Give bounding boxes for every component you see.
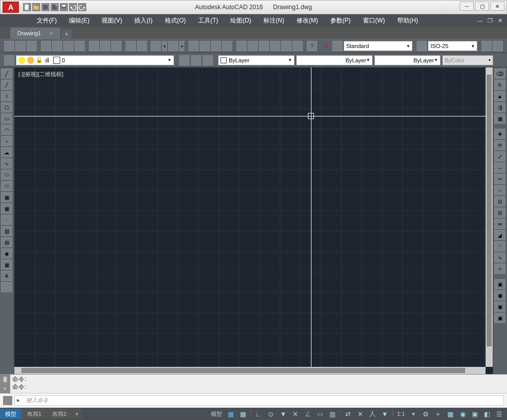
- text-style-dropdown[interactable]: Standard▼: [344, 41, 413, 51]
- erase-icon[interactable]: ⌫: [494, 68, 505, 79]
- table-style-icon[interactable]: [481, 41, 492, 51]
- explode-icon[interactable]: ✧: [494, 264, 505, 274]
- snap-toggle-icon[interactable]: ▦: [237, 409, 249, 419]
- menu-format[interactable]: 格式(O): [159, 14, 192, 27]
- clean-screen-icon[interactable]: ☰: [494, 409, 505, 419]
- otrack-toggle-icon[interactable]: ∠: [302, 409, 313, 419]
- qat-new-icon[interactable]: [23, 3, 31, 11]
- plot-preview-icon[interactable]: [52, 41, 62, 51]
- pan-icon[interactable]: [188, 41, 199, 51]
- minimize-button[interactable]: ─: [460, 2, 474, 11]
- units-icon[interactable]: ▦: [445, 409, 456, 419]
- menu-parametric[interactable]: 参数(P): [324, 14, 357, 27]
- ortho-toggle-icon[interactable]: ∟: [253, 409, 264, 419]
- polyline-icon[interactable]: ⌇: [1, 91, 12, 101]
- menu-help[interactable]: 帮助(H): [391, 14, 424, 27]
- scale-icon[interactable]: ⤢: [494, 151, 505, 161]
- undo-icon[interactable]: [151, 41, 161, 51]
- command-input[interactable]: 键入命令: [14, 395, 504, 406]
- qat-open-icon[interactable]: [32, 3, 40, 11]
- v-scroll-thumb[interactable]: [487, 75, 492, 346]
- text-style-apply-icon[interactable]: [332, 41, 343, 51]
- new-icon[interactable]: [4, 41, 14, 51]
- layout-tab-2[interactable]: 布局2: [47, 409, 71, 419]
- 3dosnap-icon[interactable]: ✕: [355, 409, 366, 419]
- menu-insert[interactable]: 插入(I): [128, 14, 158, 27]
- tool-palettes-icon[interactable]: [259, 41, 269, 51]
- selection-cycling-icon[interactable]: ⇄: [343, 409, 354, 419]
- copy-icon[interactable]: [100, 41, 110, 51]
- plotstyle-dropdown[interactable]: ByColor▾: [442, 55, 493, 65]
- break-at-point-icon[interactable]: ⊟: [494, 196, 505, 206]
- osnap-toggle-icon[interactable]: ✕: [290, 409, 301, 419]
- linetype-dropdown[interactable]: ByLayer▼: [296, 55, 373, 65]
- dim-style-dropdown[interactable]: ISO-25▼: [428, 41, 477, 51]
- help-icon[interactable]: ?: [307, 41, 317, 51]
- menu-window[interactable]: 窗口(W): [357, 14, 391, 27]
- layout-add-button[interactable]: +: [72, 409, 81, 419]
- mtext-icon[interactable]: A: [1, 271, 12, 281]
- lineweight-toggle-icon[interactable]: ▭: [315, 409, 326, 419]
- break-icon[interactable]: ⊟: [494, 207, 505, 218]
- isolate-objects-icon[interactable]: ◧: [481, 409, 493, 419]
- multileader-style-icon[interactable]: [493, 41, 503, 51]
- layout-tab-1[interactable]: 布局1: [22, 409, 46, 419]
- layer-dropdown[interactable]: 🔓 🖨 0 ▼: [16, 55, 174, 65]
- viewport-label[interactable]: [‑][俯视][二维线框]: [18, 71, 63, 78]
- trim-icon[interactable]: ✂: [494, 174, 505, 184]
- menu-modify[interactable]: 修改(M): [291, 14, 324, 27]
- color-dropdown[interactable]: ByLayer▼: [218, 55, 295, 65]
- fillet-icon[interactable]: ◜: [494, 241, 505, 251]
- array-icon[interactable]: ▦: [494, 113, 505, 124]
- spline-icon[interactable]: ∿: [1, 158, 12, 169]
- menu-draw[interactable]: 绘图(D): [224, 14, 257, 27]
- join-icon[interactable]: ⫘: [494, 219, 505, 229]
- mirror-icon[interactable]: ▲: [494, 91, 505, 101]
- table-icon[interactable]: ▦: [1, 260, 12, 270]
- layer-properties-icon[interactable]: [4, 55, 14, 65]
- zoom-realtime-icon[interactable]: [200, 41, 210, 51]
- command-close-icon[interactable]: ✕: [3, 386, 7, 391]
- paste-icon[interactable]: [111, 41, 122, 51]
- offset-icon[interactable]: ⇶: [494, 102, 505, 112]
- annotation-monitor-icon[interactable]: +: [432, 409, 444, 419]
- transparency-icon[interactable]: ▥: [327, 409, 338, 419]
- grid-toggle-icon[interactable]: ▦: [225, 409, 236, 419]
- match-prop-icon[interactable]: [126, 41, 136, 51]
- annotation-scale[interactable]: 1:1: [395, 411, 407, 417]
- line-icon[interactable]: ╱: [1, 68, 12, 79]
- close-button[interactable]: ✕: [490, 2, 504, 11]
- quick-properties-icon[interactable]: ◉: [457, 409, 468, 419]
- polygon-icon[interactable]: ⬠: [1, 102, 12, 112]
- mdi-close-button[interactable]: ✕: [496, 17, 504, 24]
- insert-block-icon[interactable]: ▦: [1, 192, 12, 202]
- layer-states-icon[interactable]: [179, 55, 189, 65]
- move-icon[interactable]: ✥: [494, 129, 505, 139]
- point-icon[interactable]: ·: [1, 215, 12, 225]
- properties-icon[interactable]: [236, 41, 247, 51]
- draworder2-icon[interactable]: ▣: [494, 290, 505, 300]
- draworder4-icon[interactable]: ▣: [494, 313, 505, 323]
- maximize-button[interactable]: ▢: [475, 2, 489, 11]
- layer-previous-icon[interactable]: [191, 55, 201, 65]
- qat-save-icon[interactable]: [41, 3, 50, 11]
- command-gutter[interactable]: ▓✕: [0, 375, 10, 393]
- mdi-minimize-button[interactable]: —: [475, 17, 484, 24]
- polar-toggle-icon[interactable]: ⊙: [265, 409, 277, 419]
- redo-drop-icon[interactable]: ▾: [179, 41, 184, 51]
- qat-redo-icon[interactable]: [78, 3, 86, 11]
- redo-icon[interactable]: [168, 41, 178, 51]
- v-scrollbar[interactable]: [486, 67, 493, 367]
- isodraft-icon[interactable]: ▼: [278, 409, 289, 419]
- command-wrench-icon[interactable]: [3, 396, 12, 405]
- circle-icon[interactable]: ○: [1, 136, 12, 146]
- quickcalc-icon[interactable]: [293, 41, 303, 51]
- rotate-icon[interactable]: ⟳: [494, 140, 505, 150]
- arc-icon[interactable]: ◠: [1, 125, 12, 135]
- menu-view[interactable]: 视图(V): [95, 14, 128, 27]
- extend-icon[interactable]: →: [494, 185, 505, 195]
- draworder-icon[interactable]: ▣: [494, 279, 505, 289]
- new-tab-button[interactable]: +: [61, 30, 71, 39]
- blend-icon[interactable]: ∿: [494, 252, 505, 263]
- save-icon[interactable]: [27, 41, 37, 51]
